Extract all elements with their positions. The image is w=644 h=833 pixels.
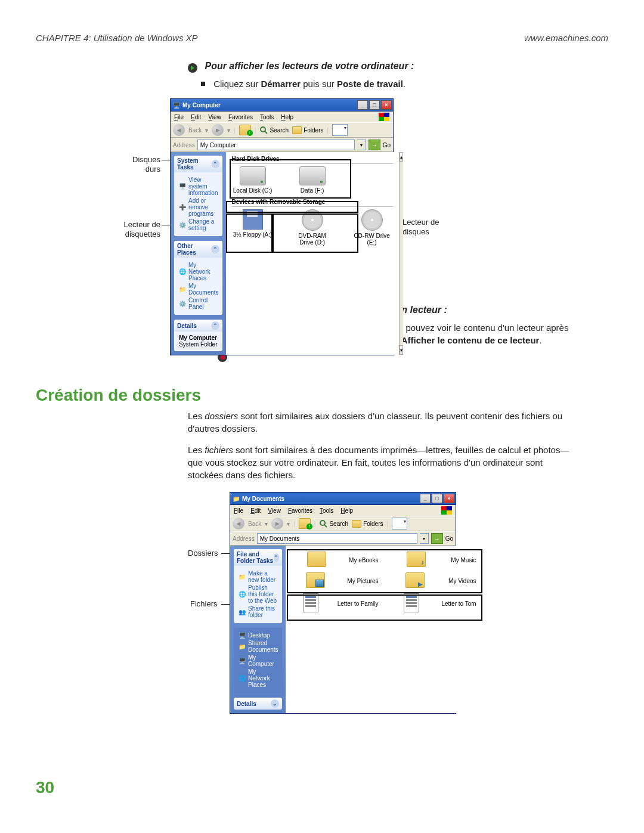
window-title: My Computer [182,102,221,109]
menu-edit[interactable]: Edit [250,507,261,514]
folder-my-videos[interactable]: My Videos [387,572,476,590]
svg-line-3 [324,525,327,527]
svg-point-0 [261,127,265,132]
place-link[interactable]: ⚙️ Control Panel [179,297,219,310]
my-documents-window: 📁 My Documents _ □ × File Edit View Favo… [230,492,456,714]
task-link[interactable]: 🌐 Publish this folder to the Web [239,584,278,604]
callout-files: Fichiers [190,599,218,609]
titlebar[interactable]: 📁 My Documents _ □ × [230,493,456,505]
side-panel: File and Folder Tasks⌃ 📁 Make a new fold… [230,546,286,713]
item-label: My Pictures [347,578,378,584]
drive-label: 3½ Floppy (A:) [232,231,274,238]
file-letter-tom[interactable]: Letter to Tom [387,593,476,614]
up-button[interactable] [239,125,251,135]
task-link[interactable]: ➕ Add or remove programs [179,197,219,217]
scrollbar[interactable]: ▴ ▾ [399,152,403,355]
task-link[interactable]: ⚙️ Change a setting [179,218,219,231]
menu-favorites[interactable]: Favorites [288,507,312,514]
drive-cdrw-e[interactable]: CD-RW Drive (E:) [351,209,393,246]
menu-help[interactable]: Help [340,507,353,514]
search-button[interactable]: Search [319,519,348,528]
scroll-up-button[interactable]: ▴ [400,152,403,162]
place-link[interactable]: 🌐 My Network Places [179,262,219,281]
minimize-button[interactable]: _ [420,494,431,503]
figure-my-computer: Disques durs Lecteur de disquettes Lecte… [164,98,578,277]
paragraph-dossiers: Les dossiers sont fort similaires aux do… [188,410,578,435]
folder-my-music[interactable]: My Music [387,552,476,569]
menu-view[interactable]: View [268,507,281,514]
drive-dvd-d[interactable]: DVD-RAM Drive (D:) [292,209,333,246]
collapse-icon[interactable]: ⌃ [212,160,219,168]
forward-button[interactable]: ► [271,518,283,529]
minimize-button[interactable]: _ [357,100,368,110]
source-url: www.emachines.com [524,33,608,43]
file-letter-family[interactable]: Letter to Family [289,593,379,614]
forward-button[interactable]: ► [212,124,224,136]
panel-title: File and Folder Tasks [237,551,274,564]
menu-bar: File Edit View Favorites Tools Help [230,505,456,516]
address-dropdown[interactable]: ▾ [357,140,366,150]
other-places-panel: 🖥️ Desktop 📁 Shared Documents 🖥️ My Comp… [234,628,282,693]
folder-my-pictures[interactable]: My Pictures [289,572,379,590]
callout-folders: Dossiers [188,549,218,558]
callout-optical: Lecteur de disques [402,218,439,236]
place-link[interactable]: 🖥️ My Computer [239,654,278,667]
task-link[interactable]: 📁 Make a new folder [239,570,278,583]
menu-file[interactable]: File [174,114,184,120]
go-button[interactable]: → [369,140,380,150]
close-button[interactable]: × [381,100,392,110]
computer-icon: 🖥️ [173,102,180,109]
collapse-icon[interactable]: ⌃ [211,321,219,330]
drive-label: DVD-RAM Drive (D:) [292,233,333,246]
menu-edit[interactable]: Edit [191,114,201,120]
task-link[interactable]: 🖥️ View system information [179,176,219,196]
maximize-button[interactable]: □ [369,100,380,110]
panel-title: System Tasks [177,157,212,171]
details-panel: Details⌄ [234,698,282,710]
collapse-icon[interactable]: ⌃ [274,553,279,562]
menu-tools[interactable]: Tools [260,114,274,120]
folders-button[interactable]: Folders [292,126,323,134]
my-computer-window: 🖥️ My Computer _ □ × File Edit View Favo… [170,98,394,355]
content-area: Hard Disk Drives Local Disk (C:) Data (F… [226,152,399,355]
go-label: Go [445,535,453,542]
maximize-button[interactable]: □ [432,494,442,503]
folder-my-ebooks[interactable]: My eBooks [289,552,379,569]
menu-tools[interactable]: Tools [320,507,333,514]
go-button[interactable]: → [431,533,443,544]
place-link[interactable]: 🌐 My Network Places [239,668,278,688]
other-places-panel: Other Places⌃ 🌐 My Network Places 📁 My D… [174,241,222,315]
menu-view[interactable]: View [208,114,221,120]
back-button[interactable]: ◄ [173,124,185,136]
address-input[interactable] [257,533,417,544]
page-number: 30 [36,778,54,797]
menu-help[interactable]: Help [281,114,293,120]
collapse-icon[interactable]: ⌃ [211,245,219,253]
up-button[interactable] [299,518,311,529]
address-input[interactable] [197,140,355,150]
folders-button[interactable]: Folders [352,520,383,528]
menu-favorites[interactable]: Favorites [228,114,253,120]
drive-local-c[interactable]: Local Disk (C:) [232,166,274,194]
views-button[interactable] [392,518,407,529]
search-button[interactable]: Search [259,126,289,134]
menu-file[interactable]: File [234,507,243,514]
address-dropdown[interactable]: ▾ [420,533,429,544]
drive-floppy-a[interactable]: 3½ Floppy (A:) [232,209,274,246]
expand-icon[interactable]: ⌄ [271,699,279,708]
file-folder-tasks-panel: File and Folder Tasks⌃ 📁 Make a new fold… [234,549,282,623]
place-link[interactable]: 📁 Shared Documents [239,640,278,653]
toolbar: ◄ Back ▾ ► ▾ | | Search Folders [171,122,393,138]
task-link[interactable]: 👥 Share this folder [239,605,278,618]
drive-data-f[interactable]: Data (F:) [292,166,333,194]
place-link[interactable]: 📁 My Documents [179,283,219,296]
titlebar[interactable]: 🖥️ My Computer _ □ × [171,99,393,112]
scroll-down-button[interactable]: ▾ [400,345,403,355]
place-link[interactable]: 🖥️ Desktop [239,632,278,639]
close-button[interactable]: × [444,494,454,503]
group-header-removable: Devices with Removable Storage [232,199,393,207]
views-button[interactable] [332,124,348,136]
details-type: System Folder [179,341,217,348]
group-header-hdd: Hard Disk Drives [232,156,393,164]
back-button[interactable]: ◄ [233,518,244,529]
